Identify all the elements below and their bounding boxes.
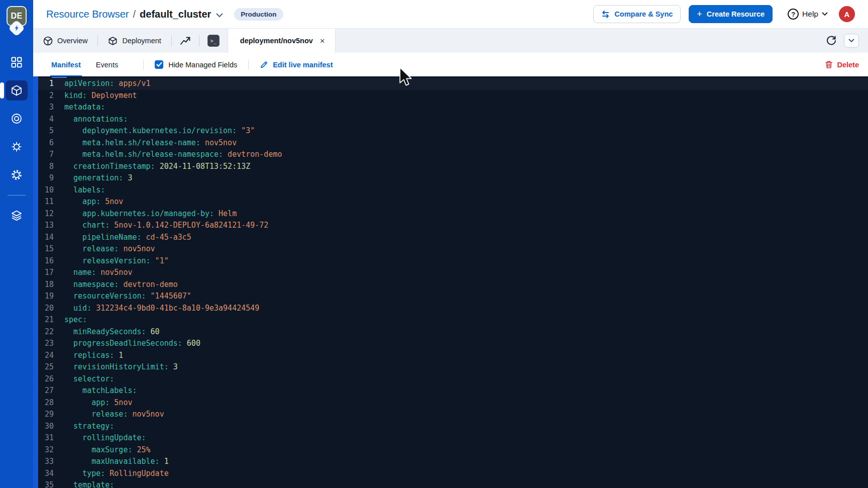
help-label: Help (802, 10, 818, 19)
code-line[interactable]: 34 type: RollingUpdate (38, 468, 868, 480)
sidebar-item-stack-manager[interactable] (6, 206, 28, 226)
code-line[interactable]: 18 namespace: devtron-demo (38, 279, 868, 291)
line-number: 25 (38, 361, 60, 373)
breadcrumb-resource-browser[interactable]: Resource Browser (46, 9, 129, 20)
yaml-line-text: namespace: devtron-demo (60, 279, 178, 291)
line-number: 34 (38, 468, 60, 480)
editor-left-strip (33, 76, 38, 488)
help-menu[interactable]: ? Help (788, 9, 828, 20)
tab-options-dropdown[interactable] (844, 34, 859, 48)
code-line[interactable]: 25 revisionHistoryLimit: 3 (38, 361, 868, 373)
code-line[interactable]: 17 name: nov5nov (38, 267, 868, 279)
close-tab-icon[interactable]: × (320, 37, 325, 45)
editor-caret-indicator (52, 77, 67, 78)
cluster-chevron-down-icon[interactable] (216, 13, 223, 18)
code-line[interactable]: 4 annotations: (38, 114, 868, 126)
edit-live-manifest-label: Edit live manifest (273, 61, 333, 69)
hide-managed-fields-label[interactable]: Hide Managed Fields (168, 61, 237, 69)
line-number: 21 (38, 314, 60, 326)
devtron-logo[interactable]: DE (6, 6, 28, 37)
overview-icon (43, 36, 53, 46)
code-line[interactable]: 29 release: nov5nov (38, 409, 868, 421)
code-line[interactable]: 22 minReadySeconds: 60 (38, 326, 868, 338)
line-number: 10 (38, 184, 60, 197)
refresh-icon[interactable] (826, 35, 837, 46)
compare-sync-button[interactable]: Compare & Sync (593, 5, 681, 23)
sidebar-item-applications[interactable] (6, 52, 28, 72)
sidebar-item-global-config[interactable] (6, 165, 28, 185)
grid-icon (11, 57, 22, 68)
code-line[interactable]: 7 meta.helm.sh/release-namespace: devtro… (38, 149, 868, 161)
code-line[interactable]: 26 selector: (38, 373, 868, 385)
code-line[interactable]: 2kind: Deployment (38, 90, 868, 102)
delete-label: Delete (837, 61, 859, 69)
tab-deployment[interactable]: Deployment (98, 29, 171, 53)
line-number: 35 (38, 479, 60, 488)
code-line[interactable]: 12 app.kubernetes.io/managed-by: Helm (38, 208, 868, 220)
code-line[interactable]: 20 uid: 312234c4-9bd0-41bc-8a10-9e3a9442… (38, 303, 868, 315)
code-line[interactable]: 30 strategy: (38, 421, 868, 433)
manifest-code-editor[interactable]: 1apiVersion: apps/v12kind: Deployment3me… (38, 76, 868, 488)
line-number: 16 (38, 255, 60, 267)
yaml-line-text: apiVersion: apps/v1 (60, 78, 151, 90)
gear-icon (11, 169, 23, 181)
app-sidebar: DE (0, 0, 33, 488)
code-line[interactable]: 5 deployment.kubernetes.io/revision: "3" (38, 125, 868, 137)
yaml-line-text: replicas: 1 (60, 350, 123, 362)
code-line[interactable]: 13 chart: 5nov-1.0.142-DEPLOY-6a824121-4… (38, 220, 868, 232)
code-line[interactable]: 16 releaseVersion: "1" (38, 255, 868, 267)
line-number: 24 (38, 350, 60, 362)
sidebar-item-app-groups[interactable] (6, 109, 28, 129)
code-line[interactable]: 8 creationTimestamp: 2024-11-08T13:52:13… (38, 161, 868, 173)
edit-live-manifest-button[interactable]: Edit live manifest (260, 53, 333, 76)
code-line[interactable]: 32 maxSurge: 25% (38, 444, 868, 456)
code-line[interactable]: 35 template: (38, 479, 868, 488)
code-line[interactable]: 11 app: 5nov (38, 196, 868, 208)
compare-arrows-icon (601, 11, 610, 18)
code-line[interactable]: 24 replicas: 1 (38, 350, 868, 362)
line-number: 11 (38, 196, 60, 208)
cube-icon (11, 84, 23, 96)
tab-terminal[interactable]: >_ (199, 29, 228, 53)
manifest-toolbar: Manifest Events Hide Managed Fields Edit… (33, 53, 868, 76)
code-line[interactable]: 23 progressDeadlineSeconds: 600 (38, 338, 868, 350)
yaml-line-text: app: 5nov (60, 397, 132, 409)
code-line[interactable]: 14 pipelineName: cd-45-a3c5 (38, 232, 868, 244)
code-line[interactable]: 31 rollingUpdate: (38, 432, 868, 444)
line-number: 1 (38, 78, 60, 90)
tab-monitoring[interactable] (172, 29, 199, 53)
line-number: 22 (38, 326, 60, 338)
breadcrumb-cluster[interactable]: default_cluster (140, 9, 211, 20)
tab-deployment-nov5nov[interactable]: deployment/nov5nov × (228, 29, 336, 53)
code-line[interactable]: 3metadata: (38, 102, 868, 114)
line-number: 26 (38, 373, 60, 385)
user-avatar[interactable]: A (839, 6, 855, 22)
code-line[interactable]: 28 app: 5nov (38, 397, 868, 409)
create-resource-button[interactable]: + Create Resource (689, 5, 773, 23)
code-line[interactable]: 9 generation: 3 (38, 172, 868, 184)
code-line[interactable]: 33 maxUnavailable: 1 (38, 456, 868, 468)
hide-managed-fields-toggle[interactable]: Hide Managed Fields (155, 53, 237, 76)
code-line[interactable]: 15 release: nov5nov (38, 243, 868, 255)
line-number: 13 (38, 220, 60, 232)
code-line[interactable]: 6 meta.helm.sh/release-name: nov5nov (38, 137, 868, 149)
sidebar-item-helm-charts[interactable] (6, 137, 28, 157)
yaml-line-text: name: nov5nov (60, 267, 132, 279)
code-line[interactable]: 27 matchLabels: (38, 385, 868, 397)
code-line[interactable]: 1apiVersion: apps/v1 (38, 78, 868, 90)
code-line[interactable]: 21spec: (38, 314, 868, 326)
checkbox-checked-icon[interactable] (155, 60, 163, 69)
sidebar-item-resource-browser[interactable] (6, 80, 28, 101)
delete-button[interactable]: Delete (825, 53, 859, 76)
deployment-cube-icon (108, 36, 118, 46)
code-line[interactable]: 10 labels: (38, 184, 868, 197)
help-icon: ? (788, 9, 799, 20)
yaml-line-text: metadata: (60, 102, 105, 114)
subtab-events[interactable]: Events (95, 53, 119, 76)
line-number: 4 (38, 114, 60, 126)
tab-overview[interactable]: Overview (33, 29, 97, 53)
subtab-manifest[interactable]: Manifest (50, 53, 82, 76)
code-line[interactable]: 19 resourceVersion: "1445607" (38, 290, 868, 303)
resource-tab-bar: Overview Deployment >_ deployment/nov5no… (33, 29, 868, 53)
yaml-line-text: spec: (60, 314, 87, 326)
